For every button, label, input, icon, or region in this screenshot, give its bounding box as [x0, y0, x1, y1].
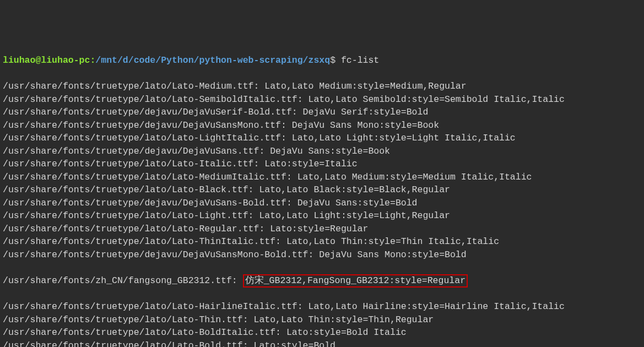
output-line: /usr/share/fonts/truetype/dejavu/DejaVuS… — [3, 119, 641, 132]
prompt-user: liuhao@liuhao-pc — [3, 55, 90, 66]
output-line: /usr/share/fonts/truetype/lato/Lato-Medi… — [3, 171, 641, 184]
output-line: /usr/share/fonts/truetype/lato/Lato-Ligh… — [3, 209, 641, 223]
output-line: /usr/share/fonts/truetype/lato/Lato-Medi… — [3, 80, 641, 93]
output-line: /usr/share/fonts/truetype/lato/Lato-Thin… — [3, 313, 641, 327]
output-line: /usr/share/fonts/truetype/lato/Lato-Ital… — [3, 158, 641, 171]
output-line: /usr/share/fonts/truetype/lato/Lato-Bold… — [3, 339, 641, 348]
highlighted-prefix: /usr/share/fonts/zh_CN/fangsong_GB2312.t… — [3, 275, 243, 286]
output-line: /usr/share/fonts/truetype/dejavu/DejaVuS… — [3, 106, 641, 119]
command-text: fc-list — [341, 55, 379, 66]
output-line-highlighted: /usr/share/fonts/zh_CN/fangsong_GB2312.t… — [3, 274, 641, 288]
output-line: /usr/share/fonts/truetype/lato/Lato-Thin… — [3, 235, 641, 248]
output-line: /usr/share/fonts/truetype/lato/Lato-Bold… — [3, 326, 641, 339]
prompt-dollar: $ — [330, 55, 335, 66]
output-line: /usr/share/fonts/truetype/dejavu/DejaVuS… — [3, 197, 641, 210]
highlighted-text: 仿宋_GB2312,FangSong_GB2312:style=Regular — [243, 274, 468, 288]
output-line: /usr/share/fonts/truetype/dejavu/DejaVuS… — [3, 145, 641, 158]
prompt-path: /mnt/d/code/Python/python-web-scraping/z… — [95, 55, 330, 66]
output-line: /usr/share/fonts/truetype/dejavu/DejaVuS… — [3, 248, 641, 262]
output-line: /usr/share/fonts/truetype/lato/Lato-Hair… — [3, 300, 641, 313]
output-line: /usr/share/fonts/truetype/lato/Lato-Blac… — [3, 183, 641, 197]
prompt-line[interactable]: liuhao@liuhao-pc:/mnt/d/code/Python/pyth… — [3, 54, 641, 67]
prompt-separator: : — [90, 55, 95, 66]
output-line: /usr/share/fonts/truetype/lato/Lato-Regu… — [3, 223, 641, 236]
output-line: /usr/share/fonts/truetype/lato/Lato-Semi… — [3, 93, 641, 106]
output-line: /usr/share/fonts/truetype/lato/Lato-Ligh… — [3, 132, 641, 145]
